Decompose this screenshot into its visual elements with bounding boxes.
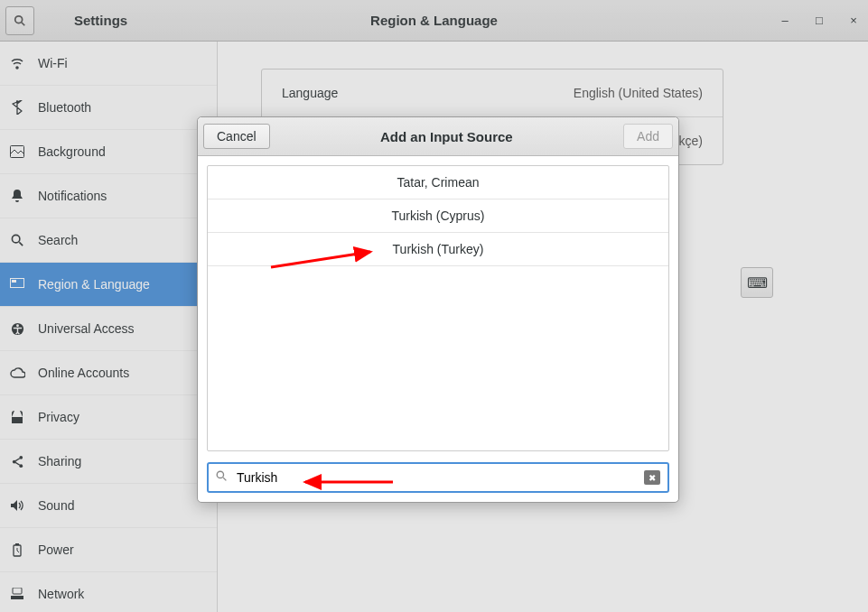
svg-line-4 bbox=[19, 242, 23, 246]
power-icon bbox=[9, 543, 25, 557]
svg-rect-13 bbox=[15, 543, 19, 545]
sidebar-item-label: Search bbox=[38, 233, 78, 247]
svg-rect-14 bbox=[13, 588, 22, 594]
sidebar-item-label: Universal Access bbox=[38, 321, 135, 336]
header-search-button[interactable] bbox=[5, 6, 34, 35]
keyboard-layout-button[interactable]: ⌨ bbox=[741, 267, 773, 298]
add-button[interactable]: Add bbox=[623, 124, 673, 149]
maximize-button[interactable]: □ bbox=[808, 10, 830, 32]
titlebar: Settings Region & Language – □ × bbox=[0, 0, 868, 42]
sidebar-item-search[interactable]: Search bbox=[0, 218, 217, 263]
wifi-icon bbox=[9, 56, 25, 70]
window-controls: – □ × bbox=[774, 10, 864, 32]
cancel-button[interactable]: Cancel bbox=[203, 124, 270, 149]
privacy-icon bbox=[9, 410, 25, 424]
dialog-header: Cancel Add an Input Source Add bbox=[198, 117, 678, 156]
sidebar-item-background[interactable]: Background bbox=[0, 130, 217, 174]
region-icon bbox=[9, 278, 25, 291]
result-turkish-turkey[interactable]: Turkish (Turkey) bbox=[208, 233, 668, 266]
svg-point-0 bbox=[15, 15, 23, 23]
accessibility-icon bbox=[9, 322, 25, 336]
row-label: Language bbox=[282, 86, 338, 100]
add-input-source-dialog: Cancel Add an Input Source Add Tatar, Cr… bbox=[197, 116, 679, 503]
cloud-icon bbox=[9, 366, 25, 379]
search-input[interactable] bbox=[235, 469, 644, 486]
keyboard-icon: ⌨ bbox=[747, 274, 768, 292]
result-tatar-crimean[interactable]: Tatar, Crimean bbox=[208, 166, 668, 199]
dialog-title: Add an Input Source bbox=[380, 129, 513, 144]
sidebar-item-label: Bluetooth bbox=[38, 100, 91, 115]
sidebar-item-region-language[interactable]: Region & Language bbox=[0, 263, 217, 307]
sidebar-item-label: Online Accounts bbox=[38, 366, 129, 380]
sidebar-item-online-accounts[interactable]: Online Accounts bbox=[0, 351, 217, 395]
app-title: Settings bbox=[74, 13, 127, 28]
background-icon bbox=[9, 145, 25, 158]
search-icon bbox=[216, 470, 228, 485]
sound-icon bbox=[9, 499, 25, 512]
language-row[interactable]: Language English (United States) bbox=[262, 70, 723, 117]
network-icon bbox=[9, 588, 25, 600]
share-icon bbox=[9, 455, 25, 468]
input-source-search-field[interactable]: ✖ bbox=[207, 462, 669, 493]
minimize-button[interactable]: – bbox=[774, 10, 796, 32]
sidebar-item-label: Region & Language bbox=[38, 277, 150, 292]
svg-rect-15 bbox=[11, 596, 23, 599]
input-source-results: Tatar, Crimean Turkish (Cyprus) Turkish … bbox=[207, 165, 669, 451]
svg-point-3 bbox=[12, 235, 19, 242]
sidebar-item-power[interactable]: Power bbox=[0, 528, 217, 572]
bluetooth-icon bbox=[9, 100, 25, 115]
sidebar-item-universal-access[interactable]: Universal Access bbox=[0, 307, 217, 351]
search-icon bbox=[14, 14, 26, 27]
row-value: English (United States) bbox=[574, 86, 703, 100]
sidebar-item-label: Background bbox=[38, 144, 106, 159]
sidebar-item-notifications[interactable]: Notifications bbox=[0, 174, 217, 218]
svg-point-16 bbox=[217, 471, 223, 478]
sidebar-item-privacy[interactable]: Privacy bbox=[0, 395, 217, 440]
sidebar-item-label: Notifications bbox=[38, 189, 107, 203]
sidebar-item-label: Sound bbox=[38, 498, 74, 513]
search-icon bbox=[9, 234, 25, 247]
svg-point-8 bbox=[16, 324, 19, 327]
sidebar-item-label: Sharing bbox=[38, 454, 81, 468]
result-turkish-cyprus[interactable]: Turkish (Cyprus) bbox=[208, 199, 668, 233]
sidebar-item-label: Power bbox=[38, 542, 74, 557]
svg-line-1 bbox=[22, 22, 25, 25]
svg-line-17 bbox=[223, 478, 226, 480]
sidebar-item-network[interactable]: Network bbox=[0, 572, 217, 612]
sidebar-item-sound[interactable]: Sound bbox=[0, 484, 217, 528]
clear-search-button[interactable]: ✖ bbox=[644, 470, 660, 485]
bell-icon bbox=[9, 189, 25, 203]
sidebar-item-label: Network bbox=[38, 587, 84, 601]
sidebar: Wi-Fi Bluetooth Background Notifications… bbox=[0, 42, 218, 612]
page-title: Region & Language bbox=[370, 13, 498, 28]
close-button[interactable]: × bbox=[843, 10, 864, 32]
sidebar-item-sharing[interactable]: Sharing bbox=[0, 440, 217, 484]
sidebar-item-label: Privacy bbox=[38, 410, 79, 424]
sidebar-item-bluetooth[interactable]: Bluetooth bbox=[0, 86, 217, 130]
sidebar-item-wifi[interactable]: Wi-Fi bbox=[0, 42, 217, 86]
sidebar-item-label: Wi-Fi bbox=[38, 56, 68, 70]
clear-icon: ✖ bbox=[649, 473, 656, 483]
svg-rect-6 bbox=[12, 280, 16, 283]
